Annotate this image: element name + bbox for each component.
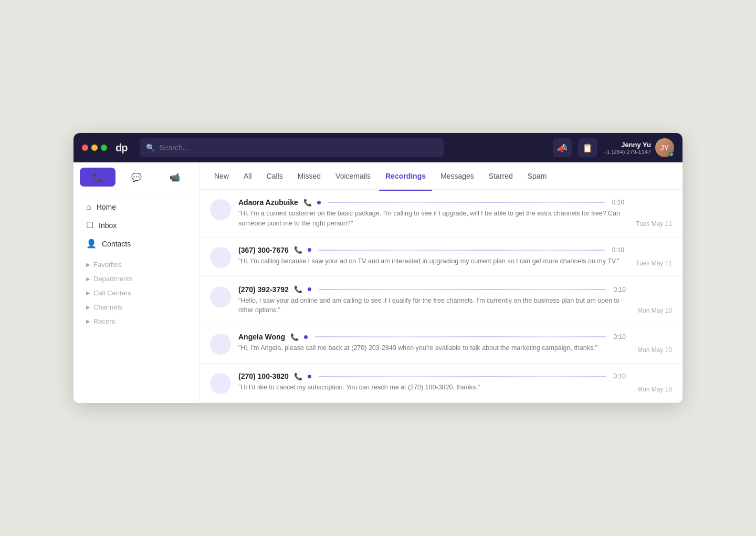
video-icon: 📹 xyxy=(170,172,180,182)
user-info: Jenny Yu +1 (264) 279-1147 JY xyxy=(603,138,674,157)
recording-header: (270) 100-3820 📞 0:10 xyxy=(238,372,626,380)
recording-transcript: "Hello, I saw your ad online and am call… xyxy=(238,296,626,316)
close-button[interactable] xyxy=(82,145,88,151)
recording-avatar xyxy=(210,334,231,355)
recording-transcript: "Hi, I'm Angela. please call me back at … xyxy=(238,343,626,353)
chevron-right-icon: ▶ xyxy=(86,262,90,267)
tab-all[interactable]: All xyxy=(237,169,258,183)
recording-waveform[interactable] xyxy=(319,376,606,377)
recording-waveform[interactable] xyxy=(328,202,605,203)
favorites-label: Favorites xyxy=(93,261,121,269)
search-bar[interactable]: 🔍 xyxy=(140,138,444,157)
sidebar-tab-video[interactable]: 📹 xyxy=(157,168,193,187)
tab-messages[interactable]: Messages xyxy=(434,169,480,183)
sidebar: 📞 💬 📹 ⌂ Home ☐ Inbox 👤 xyxy=(74,162,200,403)
recording-body: Angela Wong 📞 0:10 "Hi, I'm Angela. plea… xyxy=(238,333,626,353)
minimize-button[interactable] xyxy=(91,145,98,151)
collapsible-channels[interactable]: ▶ Channels xyxy=(82,300,191,314)
sidebar-item-home-label: Home xyxy=(97,203,116,211)
user-name: Jenny Yu xyxy=(603,141,651,149)
recording-item[interactable]: Angela Wong 📞 0:10 "Hi, I'm Angela. plea… xyxy=(200,324,682,364)
recording-name: Adaora Azubuike xyxy=(238,198,298,207)
chevron-right-icon: ▶ xyxy=(86,290,90,296)
inbox-icon: ☐ xyxy=(86,220,93,230)
traffic-lights xyxy=(82,145,107,151)
notes-icon: 📋 xyxy=(582,143,593,153)
recording-avatar xyxy=(210,373,231,394)
home-icon: ⌂ xyxy=(86,202,91,212)
online-status-dot xyxy=(669,152,674,157)
recording-duration: 0:10 xyxy=(612,246,624,254)
notes-button[interactable]: 📋 xyxy=(578,138,597,157)
recording-duration: 0:10 xyxy=(614,286,626,293)
recording-transcript: "Hi, I'm a current customer on the basic… xyxy=(238,209,624,229)
collapsible-recent[interactable]: ▶ Recent xyxy=(82,314,191,328)
chevron-right-icon: ▶ xyxy=(86,304,90,310)
sidebar-item-home[interactable]: ⌂ Home xyxy=(82,199,191,215)
recording-body: (367) 300-7676 📞 0:10 "Hi, I'm calling b… xyxy=(238,246,624,266)
sidebar-item-inbox-label: Inbox xyxy=(99,221,117,230)
collapsible-call-centers[interactable]: ▶ Call Centers xyxy=(82,286,191,300)
main-layout: 📞 💬 📹 ⌂ Home ☐ Inbox 👤 xyxy=(74,162,682,403)
recording-header: (367) 300-7676 📞 0:10 xyxy=(238,246,624,254)
announcement-button[interactable]: 📣 xyxy=(553,138,572,157)
contacts-icon: 👤 xyxy=(86,239,97,249)
chevron-right-icon: ▶ xyxy=(86,318,90,324)
user-phone: +1 (264) 279-1147 xyxy=(603,149,651,155)
recording-item[interactable]: Adaora Azubuike 📞 0:10 "Hi, I'm a curren… xyxy=(200,190,682,238)
recording-date: Mon May 10 xyxy=(637,346,672,355)
tab-starred[interactable]: Starred xyxy=(482,169,519,183)
tab-voicemails[interactable]: Voicemails xyxy=(329,169,377,183)
sidebar-nav: ⌂ Home ☐ Inbox 👤 Contacts ▶ Favorites xyxy=(74,192,199,335)
recording-name: Angela Wong xyxy=(238,333,285,341)
recording-date: Tues May 11 xyxy=(636,260,672,268)
announcement-icon: 📣 xyxy=(557,143,568,153)
collapsible-departments[interactable]: ▶ Departments xyxy=(82,272,191,286)
content-area: New All Calls Missed Voicemails Recordin… xyxy=(200,162,682,403)
tab-missed[interactable]: Missed xyxy=(291,169,327,183)
recording-duration: 0:10 xyxy=(614,373,626,380)
tab-spam[interactable]: Spam xyxy=(521,169,553,183)
sidebar-item-contacts[interactable]: 👤 Contacts xyxy=(82,235,191,252)
recording-item[interactable]: (367) 300-7676 📞 0:10 "Hi, I'm calling b… xyxy=(200,238,682,277)
app-window: dp 🔍 📣 📋 Jenny Yu +1 (264) 279-1147 JY xyxy=(74,133,682,403)
phone-icon: 📞 xyxy=(294,246,302,254)
sidebar-tab-chat[interactable]: 💬 xyxy=(119,168,154,187)
chevron-right-icon: ▶ xyxy=(86,276,90,282)
collapsible-favorites[interactable]: ▶ Favorites xyxy=(82,257,191,272)
recording-waveform[interactable] xyxy=(319,289,606,290)
recording-header: (270) 392-3792 📞 0:10 xyxy=(238,285,626,294)
recording-waveform[interactable] xyxy=(319,250,605,251)
recording-dot xyxy=(308,248,311,252)
recording-body: (270) 392-3792 📞 0:10 "Hello, I saw your… xyxy=(238,285,626,316)
app-logo: dp xyxy=(116,142,127,154)
recording-body: Adaora Azubuike 📞 0:10 "Hi, I'm a curren… xyxy=(238,198,624,229)
avatar-wrap: JY xyxy=(655,138,674,157)
departments-label: Departments xyxy=(93,275,132,283)
sidebar-item-inbox[interactable]: ☐ Inbox xyxy=(82,217,191,234)
recording-header: Angela Wong 📞 0:10 xyxy=(238,333,626,341)
tab-new[interactable]: New xyxy=(208,169,235,183)
tab-recordings[interactable]: Recordings xyxy=(379,169,432,183)
phone-icon: 📞 xyxy=(303,199,312,207)
sidebar-tab-phone[interactable]: 📞 xyxy=(80,168,116,187)
recording-dot xyxy=(308,375,311,378)
recording-item[interactable]: (270) 392-3792 📞 0:10 "Hello, I saw your… xyxy=(200,277,682,325)
sidebar-tabs: 📞 💬 📹 xyxy=(74,162,199,192)
sidebar-item-contacts-label: Contacts xyxy=(102,240,131,248)
channels-label: Channels xyxy=(93,303,122,311)
titlebar: dp 🔍 📣 📋 Jenny Yu +1 (264) 279-1147 JY xyxy=(74,133,682,162)
phone-icon: 📞 xyxy=(92,172,103,182)
maximize-button[interactable] xyxy=(101,145,107,151)
tab-calls[interactable]: Calls xyxy=(260,169,289,183)
search-input[interactable] xyxy=(159,143,438,152)
recording-waveform[interactable] xyxy=(315,336,606,337)
recording-transcript: "Hi I'd like to cancel my subscription. … xyxy=(238,383,626,393)
search-icon: 🔍 xyxy=(146,143,155,152)
recent-label: Recent xyxy=(93,317,115,325)
recording-duration: 0:10 xyxy=(614,333,626,341)
collapsible-section: ▶ Favorites ▶ Departments ▶ Call Centers… xyxy=(82,257,191,328)
recording-list: Adaora Azubuike 📞 0:10 "Hi, I'm a curren… xyxy=(200,190,682,403)
recording-dot xyxy=(304,335,308,339)
recording-item[interactable]: (270) 100-3820 📞 0:10 "Hi I'd like to ca… xyxy=(200,364,682,403)
